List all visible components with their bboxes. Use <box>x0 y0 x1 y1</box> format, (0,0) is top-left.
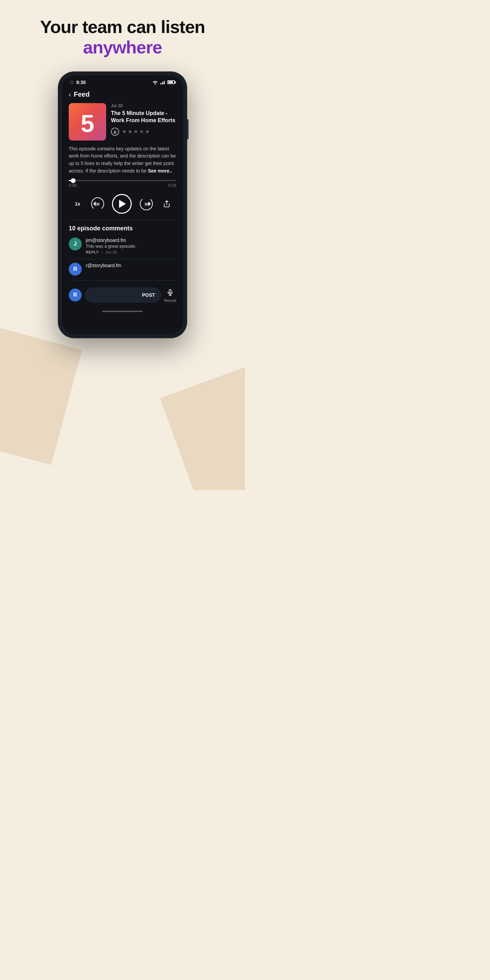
comment-divider-2 <box>69 280 176 281</box>
phone-screen: 9:30 <box>62 76 183 334</box>
signal-bar-2 <box>162 82 163 84</box>
play-icon <box>119 200 126 208</box>
bg-decoration-1 <box>160 363 245 490</box>
progress-track[interactable] <box>69 180 176 181</box>
signal-bar-1 <box>160 83 161 84</box>
comment-avatar-jim: J <box>69 237 82 250</box>
episode-card: 5 Jul 30 The 5 Minute Update - Work From… <box>69 103 176 140</box>
comment-text-jim: This was a great episode. <box>86 243 176 249</box>
app-content: ‹ Feed 5 Jul 30 The 5 Minute Update - Wo… <box>62 87 183 308</box>
wifi-icon <box>152 80 158 85</box>
skip-back-icon: 30 <box>90 196 105 211</box>
status-bar: 9:30 <box>62 76 183 87</box>
episode-thumbnail: 5 <box>69 103 106 140</box>
signal-bars <box>160 80 165 84</box>
player-controls: 1x 30 <box>69 192 176 218</box>
reply-button-jim[interactable]: REPLY <box>86 250 99 254</box>
comment-author-jim: jim@storyboard.fm <box>86 237 176 243</box>
mic-icon <box>165 288 175 298</box>
episode-info: Jul 30 The 5 Minute Update - Work From H… <box>111 103 176 140</box>
star-1: ★ <box>122 128 127 135</box>
svg-marker-1 <box>93 202 95 206</box>
star-5: ★ <box>145 128 150 135</box>
progress-times: 0:00 0:19 <box>69 183 176 188</box>
comment-author-r: r@storyboard.fm <box>86 263 176 268</box>
camera-icon <box>70 81 73 84</box>
skip-forward-icon: 30 <box>139 196 154 211</box>
microphone-icon <box>166 289 174 296</box>
star-2: ★ <box>127 128 132 135</box>
svg-text:30: 30 <box>144 202 148 206</box>
speed-button[interactable]: 1x <box>72 201 83 207</box>
home-bar <box>102 311 143 312</box>
comment-avatar-r: R <box>69 263 82 275</box>
header-title: Your team can listen anywhere <box>40 17 205 58</box>
battery-fill <box>169 81 173 83</box>
header-line1: Your team can listen <box>40 17 205 37</box>
status-left: 9:30 <box>70 80 86 85</box>
comment-dot: • <box>102 250 103 254</box>
comment-divider <box>69 259 176 259</box>
progress-thumb[interactable] <box>71 178 76 183</box>
episode-description: This episode contains key updates on the… <box>69 145 176 175</box>
svg-marker-4 <box>148 202 151 206</box>
play-button[interactable] <box>112 194 132 214</box>
record-label: Record <box>164 298 176 302</box>
header-section: Your team can listen anywhere <box>27 0 219 68</box>
star-4: ★ <box>139 128 144 135</box>
see-more-link[interactable]: See more.. <box>148 168 172 173</box>
stars-rating: ★ ★ ★ ★ ★ <box>122 128 150 135</box>
section-divider <box>69 220 176 220</box>
svg-rect-7 <box>169 290 172 293</box>
skip-forward-button[interactable]: 30 <box>139 196 154 211</box>
skip-back-button[interactable]: 30 <box>90 196 105 211</box>
status-time: 9:30 <box>76 80 86 85</box>
comment-meta-jim: REPLY • Jun 20 <box>86 250 176 254</box>
time-current: 0:00 <box>69 183 76 188</box>
comment-date-jim: Jun 20 <box>105 250 117 254</box>
episode-date: Jul 30 <box>111 103 176 108</box>
bg-decoration-2 <box>0 328 82 465</box>
share-button[interactable] <box>161 198 173 210</box>
star-3: ★ <box>134 128 138 135</box>
nav-title: Feed <box>74 91 90 98</box>
comment-item-r: R r@storyboard.fm <box>69 263 176 275</box>
svg-text:30: 30 <box>95 202 100 206</box>
signal-bar-3 <box>164 81 165 84</box>
record-button[interactable]: Record <box>164 288 176 302</box>
back-arrow-icon[interactable]: ‹ <box>69 91 71 98</box>
post-button[interactable]: POST <box>142 292 155 298</box>
comments-section: 10 episode comments J jim@storyboard.fm … <box>69 225 176 308</box>
comment-input[interactable]: POST <box>85 288 161 302</box>
episode-rating: ★ ★ ★ ★ ★ <box>111 127 176 136</box>
comment-body-r: r@storyboard.fm <box>86 263 176 275</box>
phone-outer: 9:30 <box>58 72 187 338</box>
comment-item: J jim@storyboard.fm This was a great epi… <box>69 237 176 254</box>
input-avatar: R <box>69 288 82 301</box>
status-right <box>152 80 175 85</box>
share-icon <box>163 200 170 208</box>
nav-bar: ‹ Feed <box>69 87 176 103</box>
download-icon[interactable] <box>111 127 119 136</box>
episode-number: 5 <box>81 111 94 136</box>
comment-body-jim: jim@storyboard.fm This was a great episo… <box>86 237 176 254</box>
phone-mockup: 9:30 <box>58 72 187 338</box>
progress-section[interactable] <box>69 180 176 181</box>
battery-icon <box>167 80 175 84</box>
comments-title: 10 episode comments <box>69 225 176 232</box>
time-total: 0:19 <box>169 183 176 188</box>
input-bar: R POST <box>69 284 176 308</box>
episode-title: The 5 Minute Update - Work From Home Eff… <box>111 110 176 124</box>
header-highlight: anywhere <box>83 37 162 57</box>
home-indicator <box>62 308 183 316</box>
